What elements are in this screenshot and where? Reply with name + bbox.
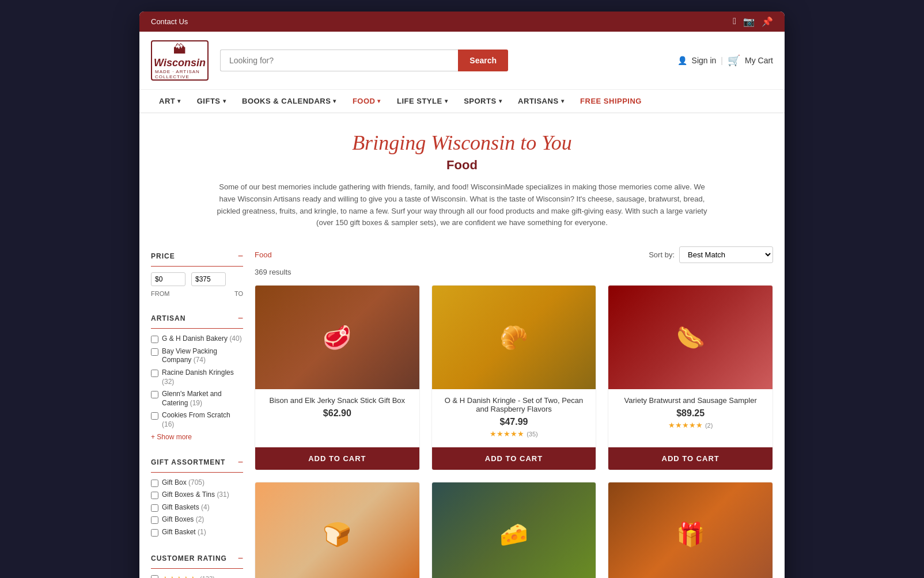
artisan-checkbox-1[interactable] (151, 336, 158, 343)
price-filter-toggle[interactable]: − (238, 251, 243, 261)
gift-item-5: Gift Basket (1) (151, 528, 243, 537)
price-from-label: FROM (151, 290, 169, 297)
product-card-1: 🥩 Bison and Elk Jerky Snack Stick Gift B… (255, 285, 420, 470)
nav-art-arrow: ▾ (177, 98, 181, 104)
browser-frame: Contact Us  📷 📌 🏔 Wisconsin Made · Arti… (139, 12, 785, 578)
product-info-2: O & H Danish Kringle - Set of Two, Pecan… (432, 389, 596, 447)
nav-gifts[interactable]: GIFTS ▾ (189, 90, 234, 112)
products-header: Food Sort by: Best Match Price: Low to H… (255, 246, 773, 263)
nav-food[interactable]: FOOD ▾ (344, 90, 389, 112)
divider: | (721, 56, 723, 65)
rating-filter-header: CUSTOMER RATING − (151, 549, 243, 569)
product-image-3[interactable]: 🌭 (608, 286, 772, 389)
product-name-1: Bison and Elk Jerky Snack Stick Gift Box (262, 396, 412, 405)
nav-food-arrow: ▾ (377, 98, 381, 104)
product-image-5[interactable]: 🧀 (432, 482, 596, 578)
product-rating-3: ★★★★★ (2) (615, 421, 766, 429)
gift-item-1: Gift Box (705) (151, 478, 243, 488)
product-rating-count-2: (35) (527, 431, 538, 438)
product-name-2: O & H Danish Kringle - Set of Two, Pecan… (439, 396, 589, 413)
top-bar: Contact Us  📷 📌 (139, 12, 785, 32)
instagram-icon[interactable]: 📷 (743, 16, 755, 27)
user-icon: 👤 (677, 56, 687, 65)
contact-us-link[interactable]: Contact Us (151, 17, 188, 26)
nav-sports-arrow: ▾ (499, 98, 502, 104)
gift-checkbox-3[interactable] (151, 504, 158, 512)
artisan-checkbox-5[interactable] (151, 412, 158, 420)
gift-checkbox-2[interactable] (151, 492, 158, 499)
sidebar: PRICE − FROM TO ARTISAN − (151, 246, 243, 578)
gift-checkbox-1[interactable] (151, 480, 158, 487)
my-cart-link[interactable]: My Cart (745, 56, 773, 65)
artisan-label-1[interactable]: G & H Danish Bakery (40) (162, 334, 242, 344)
gift-label-1[interactable]: Gift Box (705) (162, 478, 205, 488)
nav-books-calendars[interactable]: BOOKS & CALENDARS ▾ (234, 90, 344, 112)
artisan-label-5[interactable]: Cookies From Scratch (16) (162, 411, 243, 429)
gift-checkbox-4[interactable] (151, 516, 158, 524)
gift-label-5[interactable]: Gift Basket (1) (162, 528, 206, 537)
gift-label-4[interactable]: Gift Boxes (2) (162, 515, 204, 524)
product-image-2[interactable]: 🥐 (432, 286, 596, 389)
artisan-filter-header: ARTISAN − (151, 309, 243, 329)
nav-books-arrow: ▾ (333, 98, 336, 104)
price-filter-header: PRICE − (151, 246, 243, 267)
artisan-label-4[interactable]: Glenn's Market and Catering (19) (162, 390, 243, 408)
price-from-input[interactable] (151, 272, 185, 286)
product-price-2: $47.99 (439, 417, 589, 427)
add-to-cart-3[interactable]: ADD TO CART (608, 447, 772, 470)
logo[interactable]: 🏔 Wisconsin Made · Artisan Collective (151, 40, 209, 81)
logo-state-shape: 🏔 (173, 42, 186, 57)
hero-description: Some of our best memories include gather… (214, 181, 710, 229)
pinterest-icon[interactable]: 📌 (762, 16, 773, 27)
results-count: 369 results (255, 268, 773, 276)
product-stars-3: ★★★★★ (668, 421, 703, 429)
cart-icon[interactable]: 🛒 (728, 54, 740, 67)
facebook-icon[interactable]:  (733, 16, 736, 27)
product-image-1[interactable]: 🥩 (255, 286, 419, 389)
artisan-checkbox-2[interactable] (151, 348, 158, 356)
nav-art[interactable]: ART ▾ (151, 90, 189, 112)
price-filter-title: PRICE (151, 252, 175, 260)
nav-free-shipping[interactable]: FREE SHIPPING (572, 90, 650, 112)
price-to-input[interactable] (191, 272, 226, 286)
gift-label-3[interactable]: Gift Baskets (4) (162, 503, 210, 512)
product-card-4: 🍞 Wisconsin Artisan Bread Collection $34… (255, 482, 420, 578)
rating-filter-toggle[interactable]: − (238, 553, 243, 564)
logo-subtitle: Made · Artisan Collective (155, 69, 205, 79)
nav-artisans[interactable]: ARTISANS ▾ (510, 90, 572, 112)
gift-label-2[interactable]: Gift Boxes & Tins (31) (162, 490, 229, 500)
sort-select[interactable]: Best Match Price: Low to High Price: Hig… (679, 246, 773, 263)
gift-checkbox-5[interactable] (151, 529, 158, 537)
search-button[interactable]: Search (458, 50, 508, 71)
add-to-cart-1[interactable]: ADD TO CART (255, 447, 419, 470)
rating-checkbox-5[interactable] (151, 575, 158, 579)
gift-filter-header: GIFT ASSORTMENT − (151, 452, 243, 473)
gift-assortment-filter: GIFT ASSORTMENT − Gift Box (705) Gift Bo… (151, 452, 243, 537)
artisan-checkbox-3[interactable] (151, 370, 158, 377)
add-to-cart-2[interactable]: ADD TO CART (432, 447, 596, 470)
sort-label: Sort by: (649, 250, 675, 259)
gift-filter-toggle[interactable]: − (238, 457, 243, 467)
products-grid: 🥩 Bison and Elk Jerky Snack Stick Gift B… (255, 285, 773, 578)
customer-rating-filter: CUSTOMER RATING − ★★★★★ (133) ★★★★☆ & Up… (151, 549, 243, 579)
artisan-label-3[interactable]: Racine Danish Kringles (32) (162, 368, 243, 386)
product-info-1: Bison and Elk Jerky Snack Stick Gift Box… (255, 389, 419, 447)
gift-filter-title: GIFT ASSORTMENT (151, 458, 225, 466)
product-image-6[interactable]: 🎁 (608, 482, 772, 578)
artisan-filter-title: ARTISAN (151, 314, 185, 322)
artisan-checkbox-4[interactable] (151, 391, 158, 398)
artisan-filter-toggle[interactable]: − (238, 313, 243, 324)
nav-sports[interactable]: SPORTS ▾ (456, 90, 510, 112)
nav-lifestyle[interactable]: LIFE STYLE ▾ (389, 90, 456, 112)
artisan-label-2[interactable]: Bay View Packing Company (74) (162, 347, 243, 365)
artisan-item-5: Cookies From Scratch (16) (151, 411, 243, 429)
product-image-4[interactable]: 🍞 (255, 482, 419, 578)
header: 🏔 Wisconsin Made · Artisan Collective Se… (139, 32, 785, 90)
artisan-show-more[interactable]: + Show more (151, 433, 243, 441)
price-labels: FROM TO (151, 289, 243, 297)
search-input[interactable] (220, 50, 458, 71)
price-inputs (151, 272, 243, 286)
sign-in-link[interactable]: Sign in (692, 56, 717, 65)
rating-stars-5: ★★★★★ (162, 575, 196, 579)
user-area: 👤 Sign in | 🛒 My Cart (677, 54, 773, 67)
